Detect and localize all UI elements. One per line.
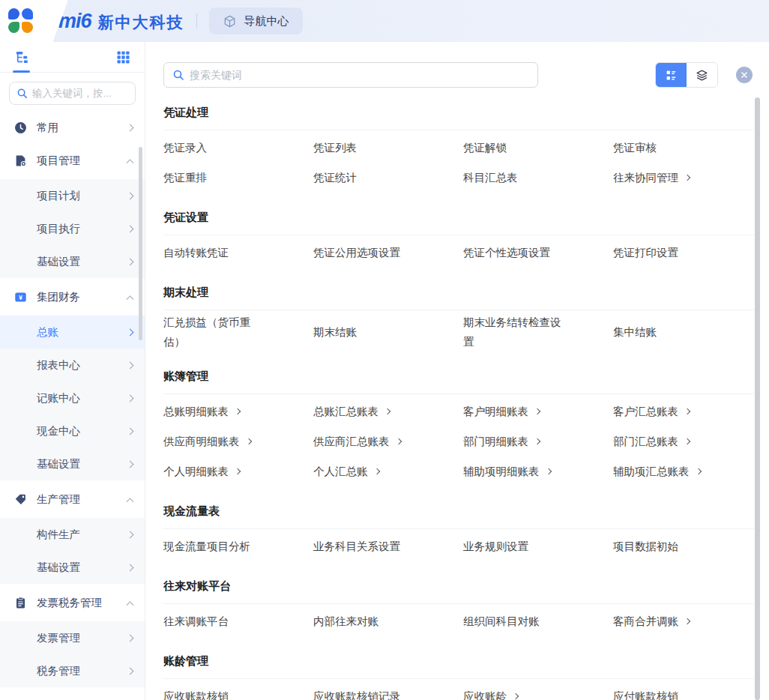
- layers-icon: [696, 69, 708, 82]
- brand-company-name: 新中大科技: [98, 12, 184, 33]
- menu-item[interactable]: 凭证解锁: [463, 133, 604, 163]
- menu-item[interactable]: 凭证个性选项设置: [463, 238, 604, 268]
- app-window: mi6 新中大科技 导航中心 常用项目管理项目计划项目执行基础设置¥: [0, 0, 769, 700]
- sidebar-item-总账[interactable]: 总账: [0, 316, 145, 349]
- chevron-right-icon: [127, 667, 134, 675]
- menu-item[interactable]: 往来协同管理: [613, 163, 754, 193]
- chevron-right-icon: [127, 192, 134, 199]
- sidebar-item-报表中心[interactable]: 报表中心: [0, 349, 145, 381]
- section-title: 往来对账平台: [163, 579, 754, 594]
- menu-item[interactable]: 部门明细账表: [463, 426, 604, 456]
- menu-item[interactable]: 汇兑损益（货币重估）: [163, 313, 304, 351]
- chevron-up-icon: [127, 159, 134, 166]
- nav-center-label: 导航中心: [244, 14, 289, 28]
- list-view-toggle-button[interactable]: [656, 63, 687, 87]
- menu-item[interactable]: 总账汇总账表: [313, 396, 454, 426]
- menu-item[interactable]: 项目数据初始: [613, 531, 754, 561]
- menu-item[interactable]: 辅助项汇总账表: [613, 456, 754, 486]
- list-view-icon: [665, 69, 678, 82]
- section-title: 账龄管理: [163, 654, 754, 669]
- sidebar-group-project[interactable]: 项目管理: [0, 144, 145, 177]
- sidebar-item-项目计划[interactable]: 项目计划: [0, 179, 145, 212]
- sidebar-item-现金中心[interactable]: 现金中心: [0, 414, 145, 447]
- menu-item[interactable]: 客户明细账表: [463, 396, 604, 426]
- menu-item[interactable]: 凭证列表: [313, 133, 454, 163]
- menu-item[interactable]: 内部往来对账: [313, 606, 454, 636]
- layers-view-toggle-button[interactable]: [687, 63, 717, 87]
- sidebar-group-production[interactable]: 生产管理: [0, 483, 145, 516]
- sidebar-item-构件生产[interactable]: 构件生产: [0, 518, 145, 551]
- chevron-right-icon: [384, 408, 390, 414]
- menu-item[interactable]: 供应商汇总账表: [313, 426, 454, 456]
- menu-item[interactable]: 凭证统计: [313, 163, 454, 193]
- main-search-input[interactable]: [190, 69, 529, 81]
- menu-item[interactable]: 期末业务结转检查设置: [463, 313, 604, 351]
- menu-item-label: 应付账款核销: [613, 687, 678, 700]
- menu-item-label: 总账汇总账表: [313, 402, 379, 421]
- menu-item-label: 辅助项明细账表: [463, 462, 540, 481]
- main-scrollbar[interactable]: [755, 97, 760, 700]
- section-divider: [163, 310, 754, 310]
- menu-item[interactable]: 供应商明细账表: [163, 426, 304, 456]
- menu-item-label: 客商合并调账: [613, 612, 678, 631]
- main-content: 凭证处理凭证录入凭证列表凭证解锁凭证审核凭证重排凭证统计科目汇总表往来协同管理凭…: [145, 42, 769, 700]
- menu-item[interactable]: 凭证重排: [163, 163, 304, 193]
- menu-item[interactable]: 组织间科目对账: [463, 606, 604, 636]
- menu-item[interactable]: 凭证打印设置: [613, 238, 754, 268]
- clock-icon: [13, 121, 27, 134]
- sidebar-item-项目执行[interactable]: 项目执行: [0, 212, 145, 245]
- menu-item[interactable]: 自动转账凭证: [163, 238, 304, 268]
- menu-item[interactable]: 个人明细账表: [163, 456, 304, 486]
- sidebar-group-invoice[interactable]: 发票税务管理: [0, 586, 145, 619]
- sidebar-group-clock[interactable]: 常用: [0, 111, 145, 144]
- sidebar-item-基础设置[interactable]: 基础设置: [0, 447, 145, 480]
- section-items: 凭证录入凭证列表凭证解锁凭证审核凭证重排凭证统计科目汇总表往来协同管理: [163, 133, 754, 193]
- sidebar-scrollbar[interactable]: [139, 147, 142, 340]
- menu-item[interactable]: 总账明细账表: [163, 396, 304, 426]
- menu-item[interactable]: 部门汇总账表: [613, 426, 754, 456]
- sidebar-item-基础设置[interactable]: 基础设置: [0, 551, 145, 584]
- menu-item[interactable]: 科目汇总表: [463, 163, 604, 193]
- menu-item[interactable]: 客商合并调账: [613, 606, 754, 636]
- menu-item[interactable]: 应收账款核销记录: [313, 681, 454, 700]
- sidebar-item-税务管理[interactable]: 税务管理: [0, 654, 145, 687]
- chevron-right-icon: [127, 361, 134, 369]
- chevron-right-icon: [545, 468, 551, 474]
- section-title: 账簿管理: [163, 369, 754, 384]
- menu-item[interactable]: 应付账款核销: [613, 681, 754, 700]
- sidebar-search-input[interactable]: [32, 88, 122, 99]
- chevron-right-icon: [534, 438, 540, 444]
- menu-item[interactable]: 凭证审核: [613, 133, 754, 163]
- sidebar-group-finance[interactable]: ¥集团财务: [0, 280, 145, 313]
- sidebar-item-基础设置[interactable]: 基础设置: [0, 245, 145, 278]
- menu-item[interactable]: 业务科目关系设置: [313, 531, 454, 561]
- chevron-right-icon: [695, 468, 701, 474]
- app-logo-icon[interactable]: [8, 8, 34, 34]
- sidebar-item-发票管理[interactable]: 发票管理: [0, 621, 145, 654]
- menu-item[interactable]: 应收账款核销: [163, 681, 304, 700]
- menu-item[interactable]: 客户汇总账表: [613, 396, 754, 426]
- close-button[interactable]: [736, 67, 753, 83]
- menu-item[interactable]: 往来调账平台: [163, 606, 304, 636]
- sidebar: 常用项目管理项目计划项目执行基础设置¥集团财务总账报表中心记账中心现金中心基础设…: [0, 42, 145, 700]
- section-divider: [163, 130, 754, 130]
- menu-item[interactable]: 应收账龄: [463, 681, 604, 700]
- nav-center-button[interactable]: 导航中心: [209, 7, 303, 34]
- menu-item[interactable]: 集中结账: [613, 313, 754, 351]
- grid-view-tab[interactable]: [113, 42, 133, 73]
- chevron-up-icon: [127, 498, 134, 505]
- menu-item[interactable]: 凭证录入: [163, 133, 304, 163]
- menu-item[interactable]: 现金流量项目分析: [163, 531, 304, 561]
- menu-item-label: 应收账款核销: [163, 687, 229, 700]
- menu-item[interactable]: 凭证公用选项设置: [313, 238, 454, 268]
- main-search: [163, 62, 538, 88]
- menu-item[interactable]: 期末结账: [313, 313, 454, 351]
- tree-view-tab[interactable]: [12, 42, 31, 73]
- menu-item[interactable]: 个人汇总账: [313, 456, 454, 486]
- sidebar-group-label: 发票税务管理: [37, 596, 127, 610]
- menu-item[interactable]: 辅助项明细账表: [463, 456, 604, 486]
- menu-item-label: 凭证解锁: [463, 138, 507, 157]
- sidebar-item-label: 基础设置: [37, 457, 127, 471]
- menu-item[interactable]: 业务规则设置: [463, 531, 604, 561]
- sidebar-item-记账中心[interactable]: 记账中心: [0, 381, 145, 414]
